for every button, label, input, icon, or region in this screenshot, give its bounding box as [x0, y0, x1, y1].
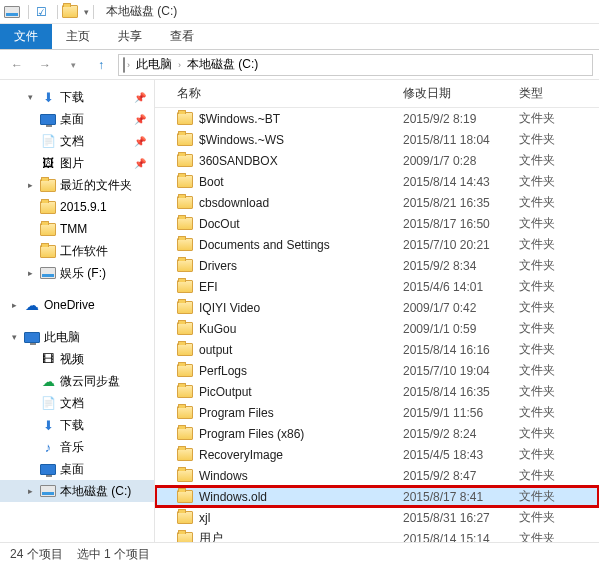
crumb-pc[interactable]: 此电脑: [132, 56, 176, 73]
col-type[interactable]: 类型: [519, 85, 599, 102]
tree-item[interactable]: ▾此电脑: [0, 326, 154, 348]
recent-dropdown-icon[interactable]: ▾: [62, 54, 84, 76]
tree-item[interactable]: 🖼图片📌: [0, 152, 154, 174]
tree-item[interactable]: ▸最近的文件夹: [0, 174, 154, 196]
file-row[interactable]: $Windows.~BT2015/9/2 8:19文件夹: [155, 108, 599, 129]
file-name: RecoveryImage: [199, 448, 403, 462]
tree-label: 文档: [60, 395, 84, 412]
col-name[interactable]: 名称: [177, 85, 403, 102]
tab-home[interactable]: 主页: [52, 24, 104, 49]
file-row[interactable]: Documents and Settings2015/7/10 20:21文件夹: [155, 234, 599, 255]
tree-label: 视频: [60, 351, 84, 368]
back-button[interactable]: ←: [6, 54, 28, 76]
file-row[interactable]: KuGou2009/1/1 0:59文件夹: [155, 318, 599, 339]
file-list[interactable]: $Windows.~BT2015/9/2 8:19文件夹$Windows.~WS…: [155, 108, 599, 542]
tree-item[interactable]: 2015.9.1: [0, 196, 154, 218]
desktop-icon: [40, 461, 56, 477]
file-type: 文件夹: [519, 236, 555, 253]
tree-label: 2015.9.1: [60, 200, 107, 214]
qat-folder-icon[interactable]: [62, 4, 78, 20]
qat-check-icon[interactable]: ☑: [33, 4, 49, 20]
file-type: 文件夹: [519, 509, 555, 526]
file-row[interactable]: xjl2015/8/31 16:27文件夹: [155, 507, 599, 528]
crumb-drive[interactable]: 本地磁盘 (C:): [183, 56, 262, 73]
folder-icon: [177, 489, 193, 505]
file-name: 360SANDBOX: [199, 154, 403, 168]
col-date[interactable]: 修改日期: [403, 85, 519, 102]
pin-icon: 📌: [134, 136, 146, 147]
file-type: 文件夹: [519, 341, 555, 358]
file-row[interactable]: DocOut2015/8/17 16:50文件夹: [155, 213, 599, 234]
up-button[interactable]: ↑: [90, 54, 112, 76]
twisty-icon[interactable]: ▸: [8, 300, 20, 310]
pin-icon: 📌: [134, 158, 146, 169]
tab-share[interactable]: 共享: [104, 24, 156, 49]
forward-button[interactable]: →: [34, 54, 56, 76]
file-name: Program Files: [199, 406, 403, 420]
qat-dropdown-icon[interactable]: ▾: [84, 7, 89, 17]
tree-item[interactable]: 桌面: [0, 458, 154, 480]
file-date: 2015/8/11 18:04: [403, 133, 519, 147]
file-row[interactable]: Program Files2015/9/1 11:56文件夹: [155, 402, 599, 423]
tab-file[interactable]: 文件: [0, 24, 52, 49]
twisty-icon[interactable]: ▾: [24, 92, 36, 102]
file-date: 2015/8/14 14:43: [403, 175, 519, 189]
file-name: Windows: [199, 469, 403, 483]
tree-item[interactable]: 桌面📌: [0, 108, 154, 130]
tree-item[interactable]: 🎞视频: [0, 348, 154, 370]
file-row[interactable]: EFI2015/4/6 14:01文件夹: [155, 276, 599, 297]
tree-item[interactable]: ☁微云同步盘: [0, 370, 154, 392]
breadcrumb[interactable]: › 此电脑 › 本地磁盘 (C:): [118, 54, 593, 76]
pin-icon: 📌: [134, 92, 146, 103]
file-row[interactable]: PerfLogs2015/7/10 19:04文件夹: [155, 360, 599, 381]
tree-item[interactable]: 📄文档📌: [0, 130, 154, 152]
file-row[interactable]: Boot2015/8/14 14:43文件夹: [155, 171, 599, 192]
file-row[interactable]: 360SANDBOX2009/1/7 0:28文件夹: [155, 150, 599, 171]
file-date: 2015/4/5 18:43: [403, 448, 519, 462]
file-row[interactable]: $Windows.~WS2015/8/11 18:04文件夹: [155, 129, 599, 150]
file-row[interactable]: Windows2015/9/2 8:47文件夹: [155, 465, 599, 486]
tree-item[interactable]: 📄文档: [0, 392, 154, 414]
twisty-icon[interactable]: ▸: [24, 486, 36, 496]
download-icon: ⬇: [40, 89, 56, 105]
tree-item[interactable]: ▾⬇下载📌: [0, 86, 154, 108]
file-row[interactable]: RecoveryImage2015/4/5 18:43文件夹: [155, 444, 599, 465]
tree-item[interactable]: ♪音乐: [0, 436, 154, 458]
file-date: 2015/8/21 16:35: [403, 196, 519, 210]
file-row[interactable]: output2015/8/14 16:16文件夹: [155, 339, 599, 360]
tree-item[interactable]: ▸☁OneDrive: [0, 294, 154, 316]
file-row[interactable]: Drivers2015/9/2 8:34文件夹: [155, 255, 599, 276]
twisty-icon[interactable]: ▾: [8, 332, 20, 342]
file-row[interactable]: cbsdownload2015/8/21 16:35文件夹: [155, 192, 599, 213]
tree-label: TMM: [60, 222, 87, 236]
tab-view[interactable]: 查看: [156, 24, 208, 49]
twisty-icon[interactable]: ▸: [24, 180, 36, 190]
file-date: 2015/9/2 8:47: [403, 469, 519, 483]
chevron-right-icon[interactable]: ›: [127, 60, 130, 70]
file-row[interactable]: Program Files (x86)2015/9/2 8:24文件夹: [155, 423, 599, 444]
nav-tree[interactable]: ▾⬇下载📌桌面📌📄文档📌🖼图片📌▸最近的文件夹2015.9.1TMM工作软件▸娱…: [0, 80, 155, 542]
chevron-right-icon[interactable]: ›: [178, 60, 181, 70]
file-row[interactable]: PicOutput2015/8/14 16:35文件夹: [155, 381, 599, 402]
tree-item[interactable]: TMM: [0, 218, 154, 240]
file-name: Program Files (x86): [199, 427, 403, 441]
folder-icon: [177, 258, 193, 274]
file-name: Documents and Settings: [199, 238, 403, 252]
file-row[interactable]: IQIYI Video2009/1/7 0:42文件夹: [155, 297, 599, 318]
folder-icon: [177, 384, 193, 400]
tree-item[interactable]: ▸娱乐 (F:): [0, 262, 154, 284]
drive-icon: [40, 265, 56, 281]
download-icon: ⬇: [40, 417, 56, 433]
tree-item[interactable]: 工作软件: [0, 240, 154, 262]
file-row[interactable]: 用户2015/8/14 15:14文件夹: [155, 528, 599, 542]
file-name: $Windows.~BT: [199, 112, 403, 126]
file-row[interactable]: Windows.old2015/8/17 8:41文件夹: [155, 486, 599, 507]
folder-icon: [177, 174, 193, 190]
file-name: IQIYI Video: [199, 301, 403, 315]
tree-item[interactable]: ⬇下载: [0, 414, 154, 436]
file-date: 2009/1/7 0:28: [403, 154, 519, 168]
tree-item[interactable]: ▸本地磁盘 (C:): [0, 480, 154, 502]
twisty-icon[interactable]: ▸: [24, 268, 36, 278]
file-type: 文件夹: [519, 446, 555, 463]
column-headers[interactable]: 名称 修改日期 类型: [155, 80, 599, 108]
